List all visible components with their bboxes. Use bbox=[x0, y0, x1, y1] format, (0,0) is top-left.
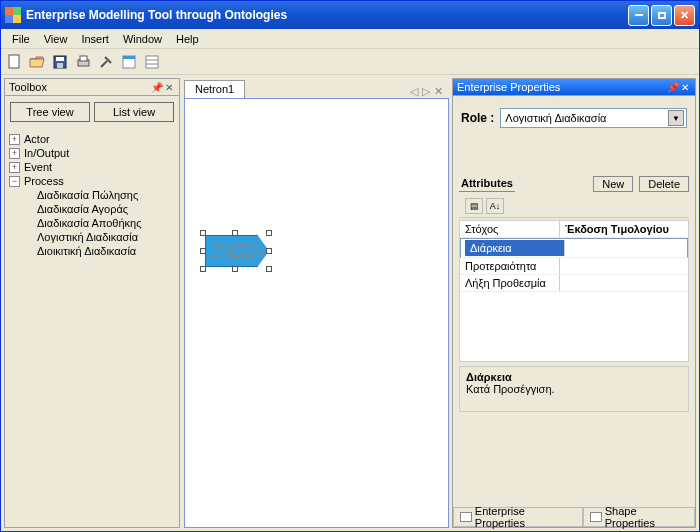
process-shape[interactable]: Λογιστική Διαδικασία bbox=[205, 235, 269, 267]
grid-row[interactable]: Προτεραιότητα bbox=[460, 258, 688, 275]
desc-text: Κατά Προσέγγιση. bbox=[466, 383, 555, 395]
menu-window[interactable]: Window bbox=[116, 31, 169, 47]
collapse-icon[interactable]: − bbox=[9, 176, 20, 187]
tree-event[interactable]: +Event bbox=[7, 160, 177, 174]
pin-icon[interactable]: 📌 bbox=[151, 81, 163, 93]
minimize-button[interactable] bbox=[628, 5, 649, 26]
resize-handle[interactable] bbox=[232, 230, 238, 236]
tree-label: Process bbox=[24, 175, 64, 187]
toolbar bbox=[1, 49, 699, 75]
attr-value[interactable]: Έκδοση Τιμολογίου bbox=[560, 221, 688, 237]
attr-name: Προτεραιότητα bbox=[460, 258, 560, 274]
attr-name: Στόχος bbox=[460, 221, 560, 237]
resize-handle[interactable] bbox=[266, 230, 272, 236]
tab-close-icon[interactable]: ✕ bbox=[434, 85, 443, 98]
props-icon[interactable] bbox=[143, 53, 161, 71]
tab-nav: ◁ ▷ ✕ bbox=[410, 85, 449, 98]
print-icon[interactable] bbox=[74, 53, 92, 71]
tree-process[interactable]: −Process bbox=[7, 174, 177, 188]
chevron-down-icon: ▼ bbox=[668, 110, 684, 126]
maximize-button[interactable] bbox=[651, 5, 672, 26]
tab-label: Enterprise Properties bbox=[475, 505, 576, 529]
tree-child[interactable]: Διοικιτική Διαδικασία bbox=[7, 244, 177, 258]
attributes-header: Attributes New Delete bbox=[453, 176, 695, 195]
tree-child[interactable]: Διαδικασία Αποθήκης bbox=[7, 216, 177, 230]
attr-value[interactable] bbox=[565, 246, 685, 250]
menu-help[interactable]: Help bbox=[169, 31, 206, 47]
tree-child[interactable]: Διαδικασία Αγοράς bbox=[7, 202, 177, 216]
svg-rect-3 bbox=[57, 63, 63, 68]
resize-handle[interactable] bbox=[232, 266, 238, 272]
tree-label: Διαδικασία Πώλησης bbox=[37, 189, 138, 201]
tree-label: Διαδικασία Αποθήκης bbox=[37, 217, 142, 229]
grid-row[interactable]: ΣτόχοςΈκδοση Τιμολογίου bbox=[460, 221, 688, 238]
tools-icon[interactable] bbox=[97, 53, 115, 71]
expand-icon[interactable]: + bbox=[9, 162, 20, 173]
tab-label: Shape Properties bbox=[605, 505, 688, 529]
doc-tab[interactable]: Netron1 bbox=[184, 80, 245, 98]
role-row: Role : Λογιστική Διαδικασία ▼ bbox=[453, 96, 695, 136]
open-icon[interactable] bbox=[28, 53, 46, 71]
tree-child[interactable]: Διαδικασία Πώλησης bbox=[7, 188, 177, 202]
tree-label: Διαδικασία Αγοράς bbox=[37, 203, 128, 215]
tab-shape-props[interactable]: Shape Properties bbox=[583, 508, 695, 527]
close-button[interactable]: ✕ bbox=[674, 5, 695, 26]
tab-next-icon[interactable]: ▷ bbox=[422, 85, 430, 98]
resize-handle[interactable] bbox=[200, 230, 206, 236]
new-button[interactable]: New bbox=[593, 176, 633, 192]
tree-label: Διοικιτική Διαδικασία bbox=[37, 245, 136, 257]
tree-inout[interactable]: +In/Output bbox=[7, 146, 177, 160]
svg-rect-2 bbox=[56, 57, 64, 61]
expand-icon[interactable]: + bbox=[9, 134, 20, 145]
description-box: Διάρκεια Κατά Προσέγγιση. bbox=[459, 366, 689, 412]
props-icon bbox=[460, 512, 472, 522]
app-title: Enterprise Modelling Tool through Ontolo… bbox=[26, 8, 628, 22]
list-view-button[interactable]: List view bbox=[94, 102, 174, 122]
tree: +Actor +In/Output +Event −Process Διαδικ… bbox=[5, 128, 179, 527]
tab-prev-icon[interactable]: ◁ bbox=[410, 85, 418, 98]
menu-view[interactable]: View bbox=[37, 31, 75, 47]
grid-row[interactable]: Λήξη Προθεσμία bbox=[460, 275, 688, 292]
resize-handle[interactable] bbox=[200, 248, 206, 254]
sort-icon[interactable]: A↓ bbox=[486, 198, 504, 214]
menu-insert[interactable]: Insert bbox=[74, 31, 116, 47]
resize-handle[interactable] bbox=[200, 266, 206, 272]
titlebar: Enterprise Modelling Tool through Ontolo… bbox=[1, 1, 699, 29]
menubar: File View Insert Window Help bbox=[1, 29, 699, 49]
resize-handle[interactable] bbox=[266, 266, 272, 272]
role-select[interactable]: Λογιστική Διαδικασία ▼ bbox=[500, 108, 687, 128]
properties-title-text: Enterprise Properties bbox=[457, 81, 667, 93]
toolbox-panel: Toolbox 📌 ✕ Tree view List view +Actor +… bbox=[4, 78, 180, 528]
tab-enterprise-props[interactable]: Enterprise Properties bbox=[453, 508, 583, 527]
expand-icon[interactable]: + bbox=[9, 148, 20, 159]
attr-value[interactable] bbox=[560, 258, 688, 274]
pin-icon[interactable]: 📌 bbox=[667, 81, 679, 93]
body: Toolbox 📌 ✕ Tree view List view +Actor +… bbox=[1, 75, 699, 531]
tree-actor[interactable]: +Actor bbox=[7, 132, 177, 146]
svg-rect-7 bbox=[123, 56, 135, 59]
grid-toolbar: ▤ A↓ bbox=[459, 195, 689, 218]
form-icon[interactable] bbox=[120, 53, 138, 71]
new-icon[interactable] bbox=[5, 53, 23, 71]
tree-child[interactable]: Λογιστική Διαδικασία bbox=[7, 230, 177, 244]
window-buttons: ✕ bbox=[628, 5, 695, 26]
attributes-label: Attributes bbox=[459, 177, 515, 192]
categorized-icon[interactable]: ▤ bbox=[465, 198, 483, 214]
document-tabs: Netron1 ◁ ▷ ✕ bbox=[184, 78, 449, 98]
attr-name: Λήξη Προθεσμία bbox=[460, 275, 560, 291]
toolbox-title: Toolbox 📌 ✕ bbox=[5, 79, 179, 96]
close-icon[interactable]: ✕ bbox=[163, 81, 175, 93]
props-icon bbox=[590, 512, 602, 522]
tree-label: Λογιστική Διαδικασία bbox=[37, 231, 138, 243]
save-icon[interactable] bbox=[51, 53, 69, 71]
grid-row[interactable]: Διάρκεια bbox=[460, 238, 688, 258]
delete-button[interactable]: Delete bbox=[639, 176, 689, 192]
resize-handle[interactable] bbox=[266, 248, 272, 254]
canvas[interactable]: Λογιστική Διαδικασία bbox=[184, 98, 449, 528]
app-icon bbox=[5, 7, 21, 23]
tree-view-button[interactable]: Tree view bbox=[10, 102, 90, 122]
menu-file[interactable]: File bbox=[5, 31, 37, 47]
svg-rect-8 bbox=[146, 56, 158, 68]
attr-value[interactable] bbox=[560, 275, 688, 291]
close-icon[interactable]: ✕ bbox=[679, 81, 691, 93]
